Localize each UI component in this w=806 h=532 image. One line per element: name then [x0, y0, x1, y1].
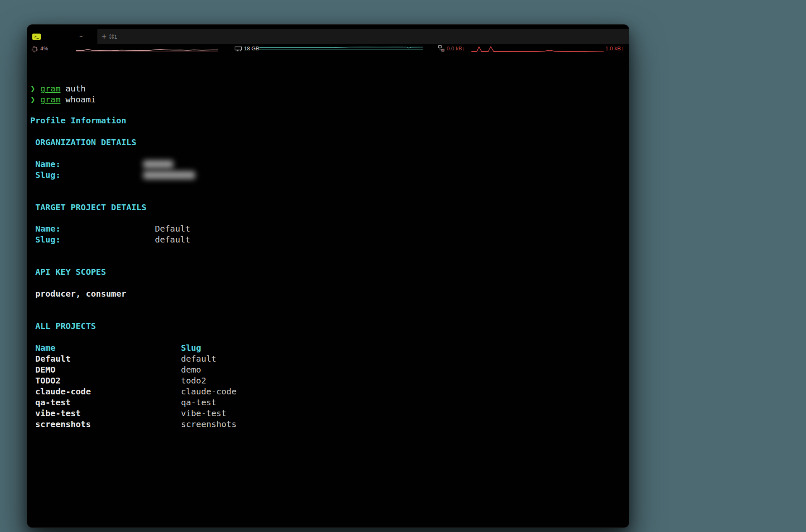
target-project-heading-line: TARGET PROJECT DETAILS — [27, 202, 629, 213]
project-name: TODO2 — [35, 375, 60, 386]
project-name: screenshots — [35, 419, 91, 430]
memory-icon — [235, 47, 242, 52]
project-name: Default — [35, 353, 71, 364]
project-name: vibe-test — [35, 408, 81, 419]
terminal-tab-icon: >_ — [32, 34, 41, 40]
target-name-row: Name: Default — [27, 223, 629, 234]
command-args: whoami — [65, 94, 96, 105]
prompt-line-1: ❯ gram auth — [27, 83, 629, 94]
project-name: DEMO — [35, 364, 55, 375]
project-slug: screenshots — [181, 419, 236, 430]
tab-title[interactable]: ~ — [68, 33, 94, 39]
org-name-value-redacted — [143, 160, 173, 168]
memory-sparkline — [259, 46, 423, 52]
table-row: vibe-test vibe-test — [27, 408, 629, 419]
terminal-viewport[interactable]: ❯ gram auth ❯ gram whoami Profile Inform… — [27, 54, 629, 527]
table-row: qa-test qa-test — [27, 397, 629, 408]
column-header-slug: Slug — [181, 342, 201, 353]
desktop: >_ ~ ⌘1 + 4% — [0, 0, 806, 532]
terminal-window: >_ ~ ⌘1 + 4% — [27, 24, 629, 528]
field-label: Name: — [35, 159, 60, 170]
status-bar: 4% 18 GB 0.0 kB↓ — [27, 44, 629, 54]
project-slug: default — [181, 353, 216, 364]
cpu-sparkline — [76, 46, 218, 52]
org-slug-row: Slug: — [27, 170, 629, 180]
project-slug: claude-code — [181, 386, 236, 397]
project-slug: todo2 — [181, 375, 206, 386]
cpu-usage-label: 4% — [40, 44, 48, 54]
column-header-name: Name — [35, 342, 55, 353]
org-details-heading-line: ORGANIZATION DETAILS — [27, 137, 629, 148]
profile-title: Profile Information — [30, 115, 126, 126]
table-row: claude-code claude-code — [27, 386, 629, 397]
field-value: Default — [155, 223, 190, 234]
project-name: qa-test — [35, 397, 71, 408]
project-name: claude-code — [35, 386, 91, 397]
table-row: screenshots screenshots — [27, 419, 629, 430]
all-projects-heading-line: ALL PROJECTS — [27, 321, 629, 331]
projects-table-header: Name Slug — [27, 342, 629, 353]
section-heading: TARGET PROJECT DETAILS — [35, 202, 147, 213]
field-label: Slug: — [35, 170, 60, 180]
api-key-scopes-value-line: producer, consumer — [27, 288, 629, 299]
section-heading: API KEY SCOPES — [35, 266, 106, 277]
project-slug: qa-test — [181, 397, 216, 408]
prompt-symbol: ❯ — [30, 94, 35, 105]
table-row: DEMO demo — [27, 364, 629, 375]
project-slug: vibe-test — [181, 408, 226, 419]
table-row: Default default — [27, 353, 629, 364]
field-label: Slug: — [35, 234, 60, 245]
network-download-label: 0.0 kB↓ — [447, 44, 465, 54]
prompt-line-2: ❯ gram whoami — [27, 94, 629, 105]
new-tab-button[interactable]: + — [99, 30, 110, 43]
network-sparkline — [471, 46, 604, 53]
network-upload-label: 1.0 kB↑ — [605, 44, 623, 54]
target-slug-row: Slug: default — [27, 234, 629, 245]
org-slug-value-redacted — [143, 171, 195, 179]
tab-bar-empty-area[interactable] — [97, 29, 629, 44]
tab-bar: >_ ~ ⌘1 + — [27, 25, 629, 44]
prompt-symbol: ❯ — [30, 83, 35, 94]
command-args: auth — [65, 83, 86, 94]
field-value: default — [155, 234, 190, 245]
scopes-value: producer, consumer — [35, 288, 126, 299]
table-row: TODO2 todo2 — [27, 375, 629, 386]
project-slug: demo — [181, 364, 201, 375]
profile-title-line: Profile Information — [27, 115, 629, 126]
section-heading: ORGANIZATION DETAILS — [35, 137, 136, 148]
command-name: gram — [40, 83, 60, 94]
memory-usage-label: 18 GB — [244, 44, 259, 54]
network-icon — [438, 45, 445, 52]
api-key-scopes-heading-line: API KEY SCOPES — [27, 266, 629, 277]
cpu-icon — [31, 46, 38, 52]
tab-shortcut: ⌘1 — [109, 34, 117, 40]
org-name-row: Name: — [27, 159, 629, 170]
command-name: gram — [40, 94, 60, 105]
section-heading: ALL PROJECTS — [35, 321, 96, 331]
field-label: Name: — [35, 223, 60, 234]
